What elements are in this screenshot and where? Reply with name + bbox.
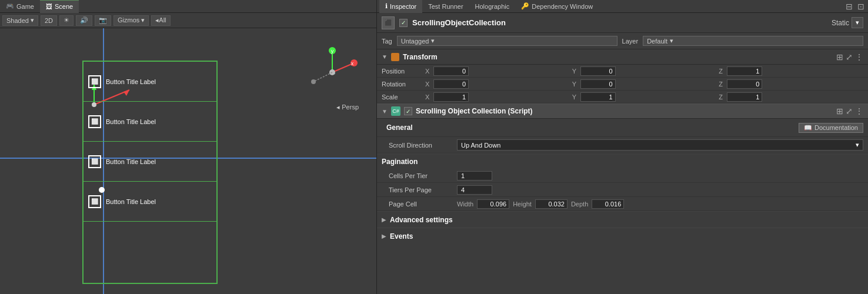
object-type-icon: ⬛: [382, 16, 395, 29]
scene-background: ⬜ Button Title Label ⬜ Button Title Labe…: [0, 28, 376, 294]
position-y-input[interactable]: [580, 66, 616, 76]
pagination-label: Pagination: [377, 153, 868, 169]
rotation-x-input[interactable]: [433, 79, 469, 89]
position-x-field: X: [425, 66, 570, 76]
height-label: Height: [513, 201, 532, 208]
page-cell-width-input[interactable]: [477, 199, 509, 209]
minimize-icon[interactable]: ⊟: [844, 2, 854, 11]
all-btn[interactable]: ◂All: [151, 15, 170, 26]
inspector-tab-bar: ℹ Inspector Test Runner Holographic 🔑 De…: [377, 0, 868, 13]
static-dropdown[interactable]: ▾: [852, 17, 863, 28]
scale-y-input[interactable]: [580, 92, 616, 102]
tab-scene[interactable]: 🖼 Scene: [40, 0, 79, 13]
page-cell-depth-input[interactable]: [592, 199, 624, 209]
rotation-y-input[interactable]: [580, 79, 616, 89]
rotation-z-field: Z: [719, 79, 863, 89]
tab-inspector[interactable]: ℹ Inspector: [379, 0, 422, 13]
tiers-per-page-label: Tiers Per Page: [382, 186, 452, 193]
scale-row: Scale X Y Z: [377, 91, 868, 103]
svg-line-14: [315, 72, 332, 81]
tag-dropdown[interactable]: Untagged ▾: [397, 36, 617, 46]
rotation-x-field: X: [425, 79, 570, 89]
tab-dependency-window[interactable]: 🔑 Dependency Window: [515, 0, 599, 13]
scene-viewport[interactable]: ⬜ Button Title Label ⬜ Button Title Labe…: [0, 28, 376, 294]
script-active-checkbox[interactable]: ✓: [404, 107, 412, 115]
tag-layer-row: Tag Untagged ▾ Layer Default ▾: [377, 33, 868, 49]
documentation-button[interactable]: 📖 Documentation: [799, 123, 863, 133]
tiers-per-page-row: Tiers Per Page: [377, 183, 868, 197]
2d-button[interactable]: 2D: [41, 15, 57, 26]
tab-game[interactable]: 🎮 Game: [0, 0, 40, 13]
script-collapse-icon[interactable]: ▼: [382, 108, 388, 115]
page-cell-label: Page Cell: [382, 201, 452, 208]
item-label: Button Title Label: [106, 158, 156, 165]
list-item: ⬜ Button Title Label: [84, 62, 216, 102]
script-menu-icon[interactable]: ⋮: [855, 106, 863, 116]
general-label: General: [382, 120, 418, 135]
events-collapse-icon: ▶: [382, 233, 386, 239]
rotation-y-field: Y: [572, 79, 717, 89]
shading-dropdown[interactable]: Shaded ▾: [2, 15, 38, 26]
z-axis-label: Z: [719, 81, 726, 88]
svg-point-15: [311, 79, 316, 84]
svg-text:y: y: [331, 48, 334, 54]
rotation-fields: X Y Z: [425, 79, 863, 89]
cells-per-tier-input[interactable]: [457, 171, 492, 181]
tab-test-runner[interactable]: Test Runner: [422, 0, 469, 13]
axis-gizmo: x y: [306, 46, 359, 99]
x-axis-label: X: [425, 68, 432, 75]
scale-z-input[interactable]: [727, 92, 762, 102]
sound-icon-btn[interactable]: 🔊: [76, 15, 92, 26]
scroll-direction-row: Scroll Direction Up And Down ▾: [377, 137, 868, 153]
light-icon-btn[interactable]: ☀: [59, 15, 74, 26]
tab-holographic[interactable]: Holographic: [469, 0, 516, 13]
transform-color-bar: [391, 53, 399, 61]
object-active-checkbox[interactable]: ✓: [399, 19, 408, 27]
scrolling-collection-visual: ⬜ Button Title Label ⬜ Button Title Labe…: [82, 61, 218, 284]
scroll-direction-dropdown[interactable]: Up And Down ▾: [457, 139, 863, 151]
collapse-triangle-icon[interactable]: ▼: [382, 54, 388, 60]
static-section: Static ▾: [832, 17, 863, 28]
camera-icon-btn[interactable]: 📷: [95, 15, 111, 26]
item-icon: ⬜: [88, 195, 101, 208]
inspector-panel: ℹ Inspector Test Runner Holographic 🔑 De…: [376, 0, 868, 294]
script-expand-icon[interactable]: ⤢: [846, 106, 853, 116]
tag-label: Tag: [382, 38, 392, 45]
position-x-input[interactable]: [433, 66, 469, 76]
general-row-header: General 📖 Documentation: [377, 119, 868, 137]
scene-toolbar: Shaded ▾ 2D ☀ 🔊 📷 Gizmos ▾ ◂All: [0, 13, 376, 28]
chevron-down-icon: ▾: [670, 37, 673, 45]
transform-menu-icon[interactable]: ⋮: [855, 52, 863, 62]
page-cell-height-input[interactable]: [535, 199, 567, 209]
position-z-input[interactable]: [727, 66, 762, 76]
transform-settings-icon[interactable]: ⊞: [836, 52, 843, 62]
position-z-field: Z: [719, 66, 863, 76]
rotation-z-input[interactable]: [727, 79, 762, 89]
gizmos-btn[interactable]: Gizmos ▾: [113, 15, 149, 26]
position-fields: X Y Z: [425, 66, 863, 76]
list-item: ⬜ Button Title Label: [84, 182, 216, 222]
scale-x-input[interactable]: [433, 92, 469, 102]
list-item: ⬜ Button Title Label: [84, 102, 216, 142]
maximize-icon[interactable]: ⊡: [856, 2, 866, 11]
test-runner-tab-label: Test Runner: [428, 3, 463, 10]
svg-line-5: [332, 64, 353, 72]
item-icon: ⬜: [88, 155, 101, 168]
transform-actions: ⊞ ⤢ ⋮: [836, 52, 863, 62]
transform-expand-icon[interactable]: ⤢: [846, 52, 853, 62]
item-icon: ⬜: [88, 115, 101, 128]
static-label: Static: [832, 19, 849, 27]
chevron-down-icon: ▾: [431, 37, 435, 45]
advanced-settings-row[interactable]: ▶ Advanced settings: [377, 211, 868, 228]
scale-x-field: X: [425, 92, 570, 102]
layer-dropdown[interactable]: Default ▾: [643, 36, 863, 46]
tiers-per-page-input[interactable]: [457, 185, 492, 195]
position-y-field: Y: [572, 66, 717, 76]
script-settings-icon[interactable]: ⊞: [836, 106, 843, 116]
events-row[interactable]: ▶ Events: [377, 228, 868, 244]
item-icon: ⬜: [88, 75, 101, 88]
scene-tab-icon: 🖼: [46, 3, 52, 10]
z-axis-label: Z: [719, 68, 726, 75]
rotation-label: Rotation: [382, 81, 423, 88]
script-color-icon: C#: [391, 106, 400, 116]
